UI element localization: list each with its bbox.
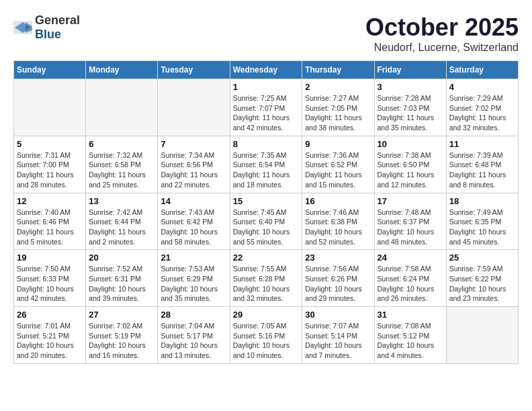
week-row-3: 12Sunrise: 7:40 AM Sunset: 6:46 PM Dayli… bbox=[14, 193, 519, 250]
calendar-cell: 21Sunrise: 7:53 AM Sunset: 6:29 PM Dayli… bbox=[158, 250, 230, 307]
day-number: 8 bbox=[233, 139, 300, 149]
day-info: Sunrise: 7:29 AM Sunset: 7:02 PM Dayligh… bbox=[449, 93, 515, 133]
calendar-cell: 18Sunrise: 7:49 AM Sunset: 6:35 PM Dayli… bbox=[446, 193, 518, 250]
day-info: Sunrise: 7:04 AM Sunset: 5:17 PM Dayligh… bbox=[161, 321, 226, 361]
week-row-2: 5Sunrise: 7:31 AM Sunset: 7:00 PM Daylig… bbox=[14, 136, 519, 193]
calendar-cell: 31Sunrise: 7:08 AM Sunset: 5:12 PM Dayli… bbox=[374, 307, 446, 364]
weekday-header-friday: Friday bbox=[374, 61, 446, 79]
day-number: 11 bbox=[449, 139, 515, 149]
calendar-cell: 7Sunrise: 7:34 AM Sunset: 6:56 PM Daylig… bbox=[158, 136, 230, 193]
calendar-cell bbox=[158, 79, 230, 136]
calendar-cell: 5Sunrise: 7:31 AM Sunset: 7:00 PM Daylig… bbox=[14, 136, 86, 193]
weekday-header-thursday: Thursday bbox=[302, 61, 374, 79]
day-info: Sunrise: 7:27 AM Sunset: 7:05 PM Dayligh… bbox=[305, 93, 371, 133]
day-info: Sunrise: 7:35 AM Sunset: 6:54 PM Dayligh… bbox=[233, 150, 300, 190]
day-info: Sunrise: 7:55 AM Sunset: 6:28 PM Dayligh… bbox=[233, 264, 300, 304]
day-number: 27 bbox=[89, 310, 154, 320]
day-number: 6 bbox=[89, 139, 154, 149]
day-number: 19 bbox=[17, 253, 83, 263]
day-info: Sunrise: 7:36 AM Sunset: 6:52 PM Dayligh… bbox=[305, 150, 371, 190]
weekday-header-row: SundayMondayTuesdayWednesdayThursdayFrid… bbox=[14, 61, 519, 79]
day-info: Sunrise: 7:40 AM Sunset: 6:46 PM Dayligh… bbox=[17, 208, 83, 247]
day-info: Sunrise: 7:46 AM Sunset: 6:38 PM Dayligh… bbox=[305, 208, 371, 247]
day-number: 1 bbox=[233, 82, 300, 92]
day-info: Sunrise: 7:59 AM Sunset: 6:22 PM Dayligh… bbox=[449, 264, 515, 304]
day-info: Sunrise: 7:07 AM Sunset: 5:14 PM Dayligh… bbox=[305, 321, 371, 361]
day-info: Sunrise: 7:49 AM Sunset: 6:35 PM Dayligh… bbox=[449, 208, 515, 247]
day-number: 4 bbox=[449, 82, 515, 92]
day-info: Sunrise: 7:01 AM Sunset: 5:21 PM Dayligh… bbox=[17, 321, 83, 361]
calendar-cell: 12Sunrise: 7:40 AM Sunset: 6:46 PM Dayli… bbox=[14, 193, 86, 250]
calendar-cell: 27Sunrise: 7:02 AM Sunset: 5:19 PM Dayli… bbox=[86, 307, 158, 364]
calendar-cell: 16Sunrise: 7:46 AM Sunset: 6:38 PM Dayli… bbox=[302, 193, 374, 250]
day-info: Sunrise: 7:02 AM Sunset: 5:19 PM Dayligh… bbox=[89, 321, 154, 361]
day-number: 10 bbox=[378, 139, 443, 149]
day-info: Sunrise: 7:25 AM Sunset: 7:07 PM Dayligh… bbox=[233, 93, 300, 133]
logo-general: General bbox=[35, 13, 80, 27]
calendar-table: SundayMondayTuesdayWednesdayThursdayFrid… bbox=[13, 60, 519, 364]
day-number: 22 bbox=[233, 253, 300, 263]
calendar-cell bbox=[446, 307, 518, 364]
day-info: Sunrise: 7:05 AM Sunset: 5:16 PM Dayligh… bbox=[233, 321, 300, 361]
calendar-cell bbox=[86, 79, 158, 136]
calendar-cell: 2Sunrise: 7:27 AM Sunset: 7:05 PM Daylig… bbox=[302, 79, 374, 136]
calendar-cell: 6Sunrise: 7:32 AM Sunset: 6:58 PM Daylig… bbox=[86, 136, 158, 193]
calendar-cell: 20Sunrise: 7:52 AM Sunset: 6:31 PM Dayli… bbox=[86, 250, 158, 307]
weekday-header-tuesday: Tuesday bbox=[158, 61, 230, 79]
day-info: Sunrise: 7:48 AM Sunset: 6:37 PM Dayligh… bbox=[378, 208, 443, 247]
day-info: Sunrise: 7:43 AM Sunset: 6:42 PM Dayligh… bbox=[161, 208, 226, 247]
title-area: October 2025 Neudorf, Lucerne, Switzerla… bbox=[365, 13, 519, 54]
week-row-4: 19Sunrise: 7:50 AM Sunset: 6:33 PM Dayli… bbox=[14, 250, 519, 307]
calendar-cell: 8Sunrise: 7:35 AM Sunset: 6:54 PM Daylig… bbox=[230, 136, 302, 193]
day-info: Sunrise: 7:56 AM Sunset: 6:26 PM Dayligh… bbox=[305, 264, 371, 304]
calendar-cell: 1Sunrise: 7:25 AM Sunset: 7:07 PM Daylig… bbox=[230, 79, 302, 136]
calendar-cell: 28Sunrise: 7:04 AM Sunset: 5:17 PM Dayli… bbox=[158, 307, 230, 364]
day-number: 12 bbox=[17, 196, 83, 206]
day-number: 28 bbox=[161, 310, 226, 320]
calendar-cell: 14Sunrise: 7:43 AM Sunset: 6:42 PM Dayli… bbox=[158, 193, 230, 250]
day-number: 29 bbox=[233, 310, 300, 320]
logo-text: General Blue bbox=[35, 13, 80, 42]
day-number: 21 bbox=[161, 253, 226, 263]
calendar-cell bbox=[14, 79, 86, 136]
day-number: 26 bbox=[17, 310, 83, 320]
weekday-header-saturday: Saturday bbox=[446, 61, 518, 79]
location-title: Neudorf, Lucerne, Switzerland bbox=[365, 42, 519, 54]
day-info: Sunrise: 7:58 AM Sunset: 6:24 PM Dayligh… bbox=[378, 264, 443, 304]
day-info: Sunrise: 7:52 AM Sunset: 6:31 PM Dayligh… bbox=[89, 264, 154, 304]
day-number: 25 bbox=[449, 253, 515, 263]
day-number: 31 bbox=[378, 310, 443, 320]
day-number: 30 bbox=[305, 310, 371, 320]
day-info: Sunrise: 7:53 AM Sunset: 6:29 PM Dayligh… bbox=[161, 264, 226, 304]
day-number: 9 bbox=[305, 139, 371, 149]
calendar-cell: 15Sunrise: 7:45 AM Sunset: 6:40 PM Dayli… bbox=[230, 193, 302, 250]
calendar-cell: 22Sunrise: 7:55 AM Sunset: 6:28 PM Dayli… bbox=[230, 250, 302, 307]
calendar-cell: 29Sunrise: 7:05 AM Sunset: 5:16 PM Dayli… bbox=[230, 307, 302, 364]
day-number: 18 bbox=[449, 196, 515, 206]
day-number: 2 bbox=[305, 82, 371, 92]
day-number: 17 bbox=[378, 196, 443, 206]
day-number: 14 bbox=[161, 196, 226, 206]
logo: General Blue bbox=[13, 13, 80, 42]
day-info: Sunrise: 7:34 AM Sunset: 6:56 PM Dayligh… bbox=[161, 150, 226, 190]
calendar-cell: 4Sunrise: 7:29 AM Sunset: 7:02 PM Daylig… bbox=[446, 79, 518, 136]
calendar-cell: 10Sunrise: 7:38 AM Sunset: 6:50 PM Dayli… bbox=[374, 136, 446, 193]
logo-blue: Blue bbox=[35, 28, 61, 41]
calendar-cell: 11Sunrise: 7:39 AM Sunset: 6:48 PM Dayli… bbox=[446, 136, 518, 193]
day-info: Sunrise: 7:39 AM Sunset: 6:48 PM Dayligh… bbox=[449, 150, 515, 190]
day-info: Sunrise: 7:28 AM Sunset: 7:03 PM Dayligh… bbox=[378, 93, 443, 133]
page-header: General Blue October 2025 Neudorf, Lucer… bbox=[13, 13, 519, 54]
day-info: Sunrise: 7:38 AM Sunset: 6:50 PM Dayligh… bbox=[378, 150, 443, 190]
week-row-1: 1Sunrise: 7:25 AM Sunset: 7:07 PM Daylig… bbox=[14, 79, 519, 136]
day-number: 16 bbox=[305, 196, 371, 206]
calendar-cell: 26Sunrise: 7:01 AM Sunset: 5:21 PM Dayli… bbox=[14, 307, 86, 364]
day-number: 24 bbox=[378, 253, 443, 263]
calendar-cell: 25Sunrise: 7:59 AM Sunset: 6:22 PM Dayli… bbox=[446, 250, 518, 307]
calendar-cell: 13Sunrise: 7:42 AM Sunset: 6:44 PM Dayli… bbox=[86, 193, 158, 250]
day-info: Sunrise: 7:42 AM Sunset: 6:44 PM Dayligh… bbox=[89, 208, 154, 247]
week-row-5: 26Sunrise: 7:01 AM Sunset: 5:21 PM Dayli… bbox=[14, 307, 519, 364]
day-number: 13 bbox=[89, 196, 154, 206]
calendar-cell: 24Sunrise: 7:58 AM Sunset: 6:24 PM Dayli… bbox=[374, 250, 446, 307]
day-number: 5 bbox=[17, 139, 83, 149]
calendar-cell: 9Sunrise: 7:36 AM Sunset: 6:52 PM Daylig… bbox=[302, 136, 374, 193]
